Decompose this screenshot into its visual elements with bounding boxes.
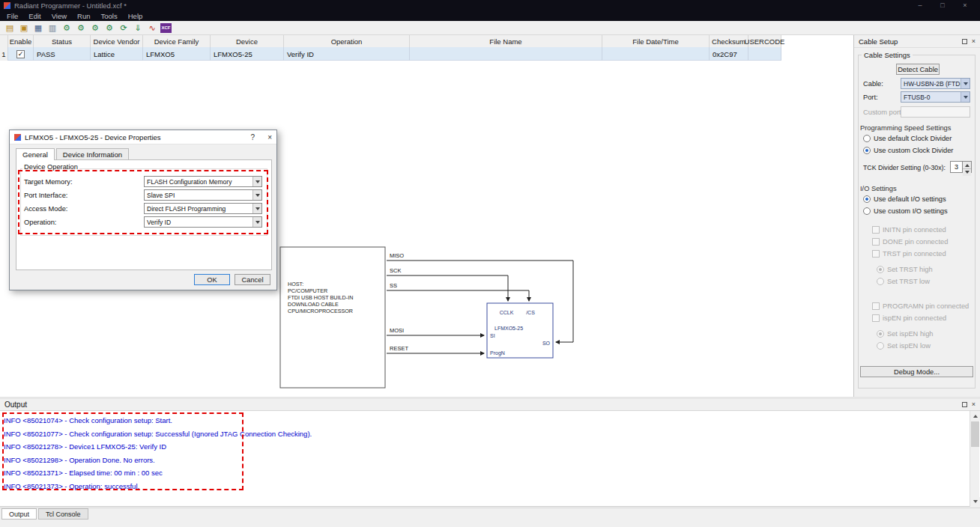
use-default-clock-divider-radio[interactable]: Use default Clock Divider xyxy=(863,135,952,142)
dialog-titlebar: LFMXO5 - LFMXO5-25 - Device Properties ?… xyxy=(10,130,276,144)
maximize-button[interactable]: □ xyxy=(931,0,954,11)
spinner-up-icon[interactable] xyxy=(963,162,971,169)
sck-label: SCK xyxy=(390,267,401,274)
menu-file[interactable]: File xyxy=(1,11,23,21)
chevron-down-icon xyxy=(252,190,261,200)
use-default-io-radio[interactable]: Use default I/O settings xyxy=(863,195,946,203)
radio-icon xyxy=(863,207,871,215)
sck-line xyxy=(387,275,508,301)
file-name-cell xyxy=(410,47,602,61)
xcf-editor-icon[interactable]: XCF xyxy=(160,23,172,33)
port-interface-label: Port Interface: xyxy=(24,192,67,199)
radio-label: Use custom Clock Divider xyxy=(874,147,953,154)
save-project-icon[interactable]: ▦ xyxy=(32,22,44,34)
output-scrollbar[interactable] xyxy=(970,411,979,507)
dialog-title: LFMXO5 - LFMXO5-25 - Device Properties xyxy=(25,133,161,141)
set-trst-high-radio: Set TRST high xyxy=(877,266,933,273)
radio-label: Set TRST low xyxy=(887,278,930,285)
set-ispen-low-radio: Set ispEN low xyxy=(877,342,931,350)
minimize-button[interactable]: – xyxy=(909,0,931,11)
chevron-down-icon xyxy=(252,177,261,186)
ss-label: SS xyxy=(390,282,397,289)
cable-select[interactable]: HW-USBN-2B (FTDI) xyxy=(901,78,970,89)
ok-button[interactable]: OK xyxy=(194,274,230,285)
device-vendor-header[interactable]: Device Vendor xyxy=(91,35,143,47)
menu-view[interactable]: View xyxy=(46,11,72,21)
status-header[interactable]: Status xyxy=(34,35,91,47)
refresh-devices-icon[interactable]: ⟳ xyxy=(118,22,130,34)
operation-cell: Verify ID xyxy=(284,47,410,61)
debug-mode-button[interactable]: Debug Mode... xyxy=(860,366,973,377)
port-interface-select[interactable]: Slave SPI xyxy=(144,189,262,201)
use-custom-io-radio[interactable]: Use custom I/O settings xyxy=(863,207,948,215)
menubar: File Edit View Run Tools Help xyxy=(0,11,980,21)
operation-header[interactable]: Operation xyxy=(284,35,410,47)
menu-run[interactable]: Run xyxy=(72,11,95,21)
program-flash-icon[interactable]: ⚙ xyxy=(75,22,87,34)
file-datetime-cell xyxy=(602,47,710,61)
verify-id-icon[interactable]: ⚙ xyxy=(89,22,101,34)
dialog-close-button[interactable]: × xyxy=(267,133,272,141)
close-button[interactable]: × xyxy=(954,0,976,11)
enable-cell: ✓ xyxy=(8,47,34,61)
radio-label: Use default I/O settings xyxy=(874,195,946,203)
dialog-icon xyxy=(14,134,21,141)
tab-tcl-console[interactable]: Tcl Console xyxy=(38,508,88,520)
output-log: INFO <85021074> - Check configuration se… xyxy=(0,411,980,507)
menu-help[interactable]: Help xyxy=(123,11,148,21)
menu-edit[interactable]: Edit xyxy=(23,11,46,21)
spinner-down-icon[interactable] xyxy=(963,169,971,176)
device-header[interactable]: Device xyxy=(211,35,284,47)
device-name-label: LFMXO5-25 xyxy=(494,326,523,331)
cascade-windows-icon[interactable]: ▥ xyxy=(46,22,58,34)
so-pin-label: SO xyxy=(542,341,551,346)
cable-label: Cable: xyxy=(863,80,883,88)
dialog-help-button[interactable]: ? xyxy=(251,133,255,141)
access-mode-select[interactable]: Direct FLASH Programming xyxy=(144,203,262,214)
download-bitstream-icon[interactable]: ⇓ xyxy=(132,22,144,34)
detect-cable-button[interactable]: Detect Cable xyxy=(896,64,940,75)
float-panel-icon[interactable] xyxy=(962,39,967,44)
close-panel-icon[interactable]: × xyxy=(972,38,976,45)
target-memory-select[interactable]: FLASH Configuration Memory xyxy=(144,176,262,187)
checksum-header[interactable]: Checksum xyxy=(710,35,748,47)
menu-tools[interactable]: Tools xyxy=(96,11,123,21)
tck-divider-value: 3 xyxy=(950,161,963,173)
waveform-icon[interactable]: ∿ xyxy=(146,22,158,34)
toolbar: ▤ ▣ ▦ ▥ ⚙ ⚙ ⚙ ⚙ ⟳ ⇓ ∿ XCF xyxy=(0,21,980,35)
enable-header[interactable]: Enable xyxy=(8,35,34,47)
cclk-pin-label: CCLK xyxy=(500,310,514,315)
window-controls: – □ × xyxy=(909,0,976,11)
open-project-icon[interactable]: ▣ xyxy=(18,22,30,34)
scroll-down-icon[interactable] xyxy=(970,497,980,507)
table-row[interactable]: 1 ✓ PASS Lattice LFMXO5 LFMXO5-25 Verify… xyxy=(0,47,781,61)
float-panel-icon[interactable] xyxy=(962,402,967,407)
cancel-button[interactable]: Cancel xyxy=(235,274,270,285)
close-panel-icon[interactable]: × xyxy=(972,401,976,408)
usercode-header[interactable]: USERCODE xyxy=(748,35,781,47)
scrollbar-thumb[interactable] xyxy=(971,421,979,447)
erase-device-icon[interactable]: ⚙ xyxy=(103,22,115,34)
operation-select[interactable]: Verify ID xyxy=(144,216,262,228)
tab-general[interactable]: General xyxy=(16,148,55,160)
tab-device-information[interactable]: Device Information xyxy=(56,148,129,160)
file-name-header[interactable]: File Name xyxy=(410,35,602,47)
family-cell: LFMXO5 xyxy=(143,47,211,61)
tab-output[interactable]: Output xyxy=(1,508,37,520)
scroll-up-icon[interactable] xyxy=(970,411,980,421)
initn-pin-checkbox: INITN pin connected xyxy=(872,226,946,234)
use-custom-clock-divider-radio[interactable]: Use custom Clock Divider xyxy=(863,147,953,154)
checksum-cell: 0x2C97 xyxy=(710,47,748,61)
enable-checkbox[interactable]: ✓ xyxy=(16,50,25,58)
programn-pin-checkbox: PROGRAMN pin connected xyxy=(872,302,969,310)
new-project-icon[interactable]: ▤ xyxy=(4,22,16,34)
cable-setup-title: Cable Setup xyxy=(859,37,898,46)
program-device-icon[interactable]: ⚙ xyxy=(61,22,73,34)
device-cell: LFMXO5-25 xyxy=(211,47,284,61)
port-select[interactable]: FTUSB-0 xyxy=(901,91,970,103)
file-datetime-header[interactable]: File Date/Time xyxy=(602,35,710,47)
cable-settings-label: Cable Settings xyxy=(862,51,913,59)
device-family-header[interactable]: Device Family xyxy=(143,35,211,47)
window-title: Radiant Programmer - Untitled.xcf * xyxy=(14,1,127,10)
tck-divider-spinner[interactable]: 3 xyxy=(950,161,972,173)
